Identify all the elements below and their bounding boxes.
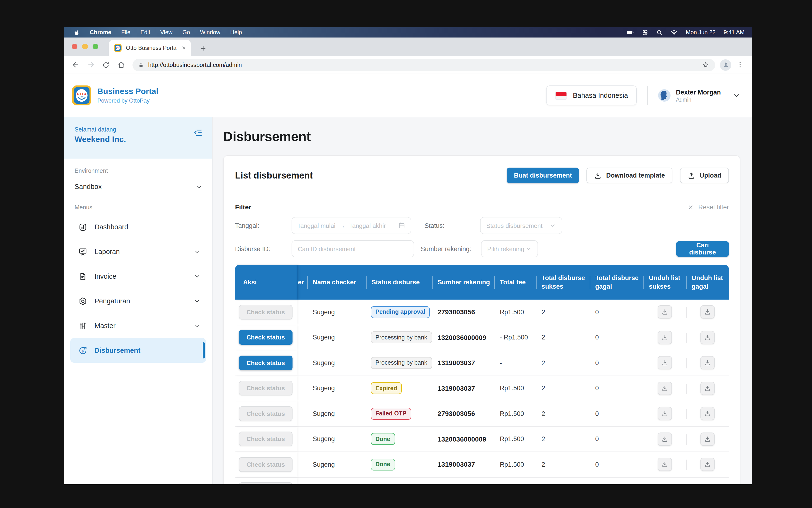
tab-favicon: OTTO xyxy=(114,44,122,52)
zoom-window-button[interactable] xyxy=(93,44,98,49)
download-gagal-button[interactable] xyxy=(700,356,715,370)
report-icon xyxy=(78,247,87,256)
menubar-item-help[interactable]: Help xyxy=(230,29,242,36)
download-sukses-button[interactable] xyxy=(657,432,672,446)
upload-button[interactable]: Upload xyxy=(680,168,729,183)
download-gagal-button[interactable] xyxy=(700,382,715,395)
menubar-item-view[interactable]: View xyxy=(160,29,173,36)
download-sukses-button[interactable] xyxy=(657,305,672,319)
reload-button[interactable] xyxy=(99,58,113,72)
download-sukses-button[interactable] xyxy=(657,382,672,395)
url-input[interactable] xyxy=(148,61,697,68)
menubar-item-edit[interactable]: Edit xyxy=(140,29,150,36)
download-gagal-button[interactable] xyxy=(700,305,715,319)
new-tab-button[interactable] xyxy=(200,45,207,52)
column-header-status: Status disburse xyxy=(366,265,432,300)
sukses-cell: 2 xyxy=(536,452,590,477)
sidebar-item-laporan[interactable]: Laporan xyxy=(70,239,206,264)
download-icon xyxy=(661,385,668,392)
download-sukses-button[interactable] xyxy=(657,407,672,420)
tab-close-icon[interactable] xyxy=(181,46,186,50)
user-menu[interactable]: Dexter Morgan Admin xyxy=(658,89,740,102)
download-sukses-button[interactable] xyxy=(657,331,672,344)
sidebar-item-disbursement[interactable]: Disbursement xyxy=(70,338,206,363)
reset-filter-button[interactable]: Reset filter xyxy=(688,204,729,211)
close-window-button[interactable] xyxy=(72,44,77,49)
menubar-item-file[interactable]: File xyxy=(121,29,131,36)
sukses-cell: 2 xyxy=(536,427,590,452)
gagal-cell: 0 xyxy=(590,452,643,477)
disburse-id-field[interactable] xyxy=(292,240,414,257)
checker-cell: Sugeng xyxy=(307,376,366,401)
column-header-total-sukses: Total disburse sukses xyxy=(536,265,590,300)
filter-title: Filter xyxy=(235,203,251,211)
checker-cell: Sugeng xyxy=(307,300,366,325)
disburse-id-input[interactable] xyxy=(298,245,408,252)
svg-text:PAY: PAY xyxy=(80,96,84,98)
date-range-input[interactable]: Tanggal mulai → Tanggal akhir xyxy=(292,217,411,234)
calendar-icon xyxy=(398,222,405,229)
header-divider xyxy=(647,86,648,105)
download-icon xyxy=(704,436,711,442)
checker-cell xyxy=(307,477,366,484)
address-bar[interactable] xyxy=(132,59,715,71)
sidebar-item-dashboard[interactable]: Dashboard xyxy=(70,215,206,239)
forward-button[interactable] xyxy=(84,58,97,72)
download-gagal-button[interactable] xyxy=(700,407,715,420)
download-sukses-button[interactable] xyxy=(657,356,672,370)
apple-menu-icon[interactable] xyxy=(74,29,80,35)
status-badge: Processing by bank xyxy=(371,332,432,343)
check-status-button[interactable]: Check status xyxy=(239,355,293,370)
bookmark-star-icon[interactable] xyxy=(702,61,710,69)
status-dropdown[interactable]: Status disbursement xyxy=(480,217,562,234)
download-gagal-button[interactable] xyxy=(700,458,715,471)
sidebar-collapse-icon[interactable] xyxy=(193,128,203,159)
menubar-item-go[interactable]: Go xyxy=(182,29,190,36)
sliders-icon xyxy=(78,321,87,330)
sidebar-item-pengaturan[interactable]: Pengaturan xyxy=(70,289,206,313)
menubar-app-name[interactable]: Chrome xyxy=(90,29,111,36)
menubar-item-window[interactable]: Window xyxy=(200,29,220,36)
table-row: Check status Sugeng Done 1320036000009 R… xyxy=(235,427,729,452)
download-template-button[interactable]: Download template xyxy=(587,168,673,183)
browser-menu-icon[interactable] xyxy=(733,58,746,72)
rekening-cell: 2793003056 xyxy=(432,300,494,325)
status-label: Status: xyxy=(425,222,480,229)
download-icon xyxy=(704,461,711,468)
checker-cell: Sugeng xyxy=(307,350,366,375)
download-icon xyxy=(661,334,668,341)
spotlight-search-icon[interactable] xyxy=(656,29,663,35)
sumber-rekening-dropdown[interactable]: Pilih rekening xyxy=(481,240,538,257)
chevron-down-icon xyxy=(194,322,200,329)
browser-tab[interactable]: OTTO Otto Business Portal xyxy=(109,40,191,56)
check-status-button[interactable]: Check status xyxy=(239,330,293,345)
environment-dropdown[interactable]: Sandbox xyxy=(75,180,203,193)
home-button[interactable] xyxy=(115,58,128,72)
wifi-icon[interactable] xyxy=(671,29,678,36)
control-center-icon[interactable] xyxy=(642,29,648,35)
checker-cell: Sugeng xyxy=(307,427,366,452)
ottopay-logo: OTTO PAY xyxy=(72,85,91,105)
minimize-window-button[interactable] xyxy=(82,44,88,49)
download-icon xyxy=(704,359,711,366)
browser-profile-icon[interactable] xyxy=(720,59,731,71)
download-gagal-button[interactable] xyxy=(700,432,715,446)
status-badge: Failed OTP xyxy=(371,408,411,420)
table-row: Check status Sugeng Processing by bank 1… xyxy=(235,325,729,350)
back-button[interactable] xyxy=(69,58,82,72)
lock-icon xyxy=(138,62,144,68)
language-selector-button[interactable]: Bahasa Indonesia xyxy=(546,85,637,105)
search-disburse-button[interactable]: Cari disburse xyxy=(676,241,729,257)
desktop: Chrome File Edit View Go Window Help Mon… xyxy=(0,0,812,508)
sidebar-item-invoice[interactable]: Invoice xyxy=(70,264,206,289)
sidebar-item-master[interactable]: Master xyxy=(70,313,206,338)
environment-section-label: Environment xyxy=(75,168,212,174)
download-sukses-button[interactable] xyxy=(657,458,672,471)
column-header-rekening: Sumber rekening xyxy=(432,265,494,300)
download-gagal-button[interactable] xyxy=(700,331,715,344)
create-disbursement-button[interactable]: Buat disbursement xyxy=(507,168,579,183)
list-disbursement-card: List disbursement Buat disbursement Down… xyxy=(223,155,740,484)
download-icon xyxy=(704,411,711,417)
macos-menubar: Chrome File Edit View Go Window Help Mon… xyxy=(64,27,752,38)
sidebar-item-label: Master xyxy=(94,322,116,330)
